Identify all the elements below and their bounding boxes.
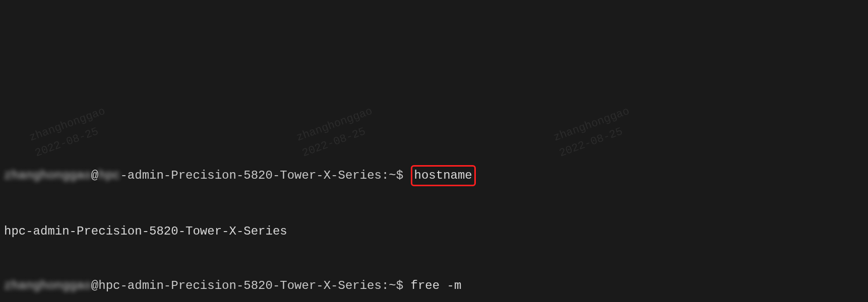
prompt-at: @ (91, 169, 98, 182)
prompt-host-prefix: hpc (98, 167, 120, 185)
prompt-user: zhanghonggao (4, 277, 91, 295)
prompt-host: hpc-admin-Precision-5820-Tower-X-Series (98, 279, 382, 292)
watermark: zhanghonggao 2022-08-25 (294, 103, 380, 162)
prompt-path: :~$ (382, 279, 411, 292)
cmd-free: free -m (411, 279, 462, 292)
prompt-at: @ (91, 279, 98, 292)
watermark: zhanghonggao 2022-08-25 (27, 103, 113, 162)
prompt-user: zhanghonggao (4, 167, 91, 185)
cmd-hostname: hostname (411, 165, 476, 186)
output-hostname: hpc-admin-Precision-5820-Tower-X-Series (4, 222, 864, 241)
watermark: zhanghonggao 2022-08-25 (551, 103, 637, 162)
prompt-line-free[interactable]: zhanghonggao@hpc-admin-Precision-5820-To… (4, 277, 864, 295)
prompt-line-hostname[interactable]: zhanghonggao@hpc-admin-Precision-5820-To… (4, 165, 864, 186)
prompt-path: :~$ (382, 169, 411, 182)
prompt-host: -admin-Precision-5820-Tower-X-Series (120, 169, 381, 182)
